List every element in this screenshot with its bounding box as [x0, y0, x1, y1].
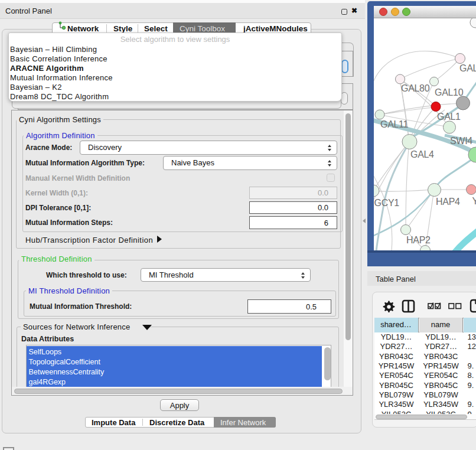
svg-text:HAP4: HAP4 — [436, 197, 460, 207]
svg-text:SWI4: SWI4 — [450, 136, 472, 146]
svg-text:GAL80: GAL80 — [401, 83, 430, 93]
svg-text:Y: Y — [472, 196, 476, 206]
svg-text:GAL11: GAL11 — [380, 119, 409, 129]
svg-text:GAL4: GAL4 — [410, 149, 434, 159]
svg-text:GAL10: GAL10 — [435, 87, 464, 97]
svg-text:GAL1: GAL1 — [437, 112, 461, 122]
svg-text:HAP2: HAP2 — [406, 235, 431, 245]
svg-text:GCY1: GCY1 — [374, 198, 400, 208]
svg-text:GAL: GAL — [459, 63, 476, 73]
